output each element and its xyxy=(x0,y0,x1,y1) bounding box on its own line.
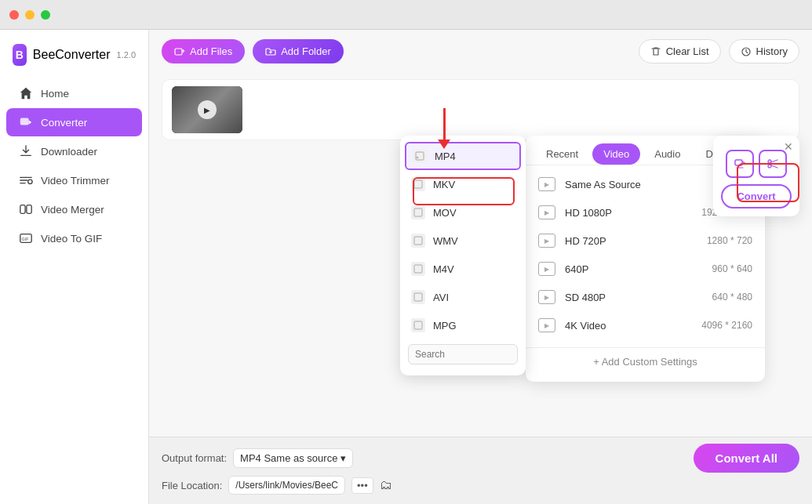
svg-rect-13 xyxy=(414,237,422,245)
sidebar-item-home-label: Home xyxy=(41,88,69,100)
downloader-icon xyxy=(19,144,33,158)
convert-edit-icon-btn[interactable] xyxy=(726,150,754,178)
svg-rect-17 xyxy=(735,160,742,165)
maximize-button[interactable] xyxy=(41,10,50,20)
quality-video-icon-5: ▶ xyxy=(538,290,555,304)
add-files-button[interactable]: Add Files xyxy=(162,39,245,63)
app-logo-icon: B xyxy=(13,44,27,66)
trimmer-icon xyxy=(19,173,33,187)
format-m4v-label: M4V xyxy=(433,263,454,275)
folder-open-icon[interactable]: 🗂 xyxy=(380,478,392,492)
gif-icon: GIF xyxy=(19,231,33,245)
quality-video-icon-6: ▶ xyxy=(538,318,555,332)
format-item-m4v[interactable]: M4V xyxy=(400,255,526,283)
format-item-avi[interactable]: AVI xyxy=(400,283,526,311)
quality-row-4k[interactable]: ▶ 4K Video 4096 * 2160 xyxy=(526,311,765,339)
convert-button[interactable]: Convert xyxy=(721,184,792,208)
close-button[interactable] xyxy=(9,10,19,20)
svg-rect-0 xyxy=(20,118,29,125)
sidebar-item-video-merger[interactable]: Video Merger xyxy=(6,195,142,223)
sidebar-item-video-gif-label: Video To GIF xyxy=(41,233,102,245)
format-mkv-label: MKV xyxy=(433,179,455,190)
add-custom-settings[interactable]: + Add Custom Settings xyxy=(526,347,765,375)
output-format-label: Output format: xyxy=(162,452,227,464)
tab-audio[interactable]: Audio xyxy=(643,143,691,165)
sidebar-item-converter-label: Converter xyxy=(41,117,87,129)
quality-row-sd480p[interactable]: ▶ SD 480P 640 * 480 xyxy=(526,283,765,311)
sidebar-item-downloader[interactable]: Downloader xyxy=(6,137,142,165)
home-icon xyxy=(19,86,33,100)
converter-icon xyxy=(19,115,33,129)
app-version: 1.2.0 xyxy=(117,50,136,60)
svg-point-18 xyxy=(768,160,771,163)
search-container xyxy=(400,339,526,369)
quality-name-2: HD 1080P xyxy=(565,207,692,219)
wmv-file-icon xyxy=(411,234,425,248)
quality-name-5: SD 480P xyxy=(565,292,703,303)
sidebar-item-home[interactable]: Home xyxy=(6,79,142,107)
format-mov-label: MOV xyxy=(433,207,457,219)
convert-panel-close[interactable]: ✕ xyxy=(784,140,793,153)
app-name: BeeConverter xyxy=(33,48,111,62)
output-format-row: Output format: MP4 Same as source ▾ Conv… xyxy=(162,444,799,473)
quality-row-640p[interactable]: ▶ 640P 960 * 640 xyxy=(526,255,765,283)
avi-file-icon xyxy=(411,290,425,304)
history-icon xyxy=(741,46,752,57)
quality-name-4: 640P xyxy=(565,263,703,275)
format-mp4-label: MP4 xyxy=(435,150,456,162)
tab-recent[interactable]: Recent xyxy=(535,143,589,165)
trash-icon xyxy=(650,46,661,57)
svg-rect-12 xyxy=(414,208,422,216)
format-dropdown: ▶ MP4 MKV MOV WMV xyxy=(400,136,526,375)
more-options-button[interactable]: ••• xyxy=(351,477,373,494)
sidebar-item-video-merger-label: Video Merger xyxy=(41,204,104,216)
output-format-select[interactable]: MP4 Same as source ▾ xyxy=(233,448,353,468)
main-content: Add Files Add Folder Clear List xyxy=(149,30,812,504)
svg-rect-14 xyxy=(414,265,422,273)
file-location-row: File Location: /Users/link/Movies/BeeC •… xyxy=(162,476,799,495)
quality-name-3: HD 720P xyxy=(565,235,697,247)
minimize-button[interactable] xyxy=(25,10,35,20)
sidebar-item-video-trimmer-label: Video Trimmer xyxy=(41,175,110,187)
scissors-icon xyxy=(766,158,779,170)
quality-name-6: 4K Video xyxy=(565,320,692,332)
format-item-mkv[interactable]: MKV xyxy=(400,170,526,198)
file-location-label: File Location: xyxy=(162,480,222,491)
convert-panel: ✕ Convert xyxy=(713,136,799,216)
output-format-value: MP4 Same as source xyxy=(240,452,337,464)
svg-text:▶: ▶ xyxy=(417,155,420,159)
mkv-file-icon xyxy=(411,177,425,191)
add-folder-button[interactable]: Add Folder xyxy=(253,39,344,63)
merger-icon xyxy=(19,202,33,216)
format-item-mov[interactable]: MOV xyxy=(400,198,526,227)
svg-rect-11 xyxy=(414,180,422,188)
svg-rect-4 xyxy=(27,205,31,214)
svg-point-19 xyxy=(768,165,771,168)
quality-resolution-5: 640 * 480 xyxy=(712,292,752,303)
file-path-value: /Users/link/Movies/BeeC xyxy=(235,480,338,491)
sidebar-item-downloader-label: Downloader xyxy=(41,146,97,158)
svg-rect-15 xyxy=(414,293,422,301)
format-item-wmv[interactable]: WMV xyxy=(400,227,526,255)
mov-file-icon xyxy=(411,205,425,219)
sidebar-item-converter[interactable]: Converter xyxy=(6,108,142,136)
format-item-mpg[interactable]: MPG xyxy=(400,311,526,339)
sidebar-item-video-gif[interactable]: GIF Video To GIF xyxy=(6,224,142,252)
clear-list-button[interactable]: Clear List xyxy=(639,39,721,63)
sidebar-item-video-trimmer[interactable]: Video Trimmer xyxy=(6,166,142,194)
format-search-input[interactable] xyxy=(408,344,518,364)
svg-point-2 xyxy=(28,179,32,183)
format-avi-label: AVI xyxy=(433,292,449,303)
svg-rect-7 xyxy=(175,49,182,55)
convert-scissors-icon-btn[interactable] xyxy=(759,150,787,178)
history-button[interactable]: History xyxy=(729,39,799,63)
dropdown-chevron-icon: ▾ xyxy=(340,452,346,464)
format-item-mp4[interactable]: ▶ MP4 xyxy=(405,142,521,170)
quality-row-hd720p[interactable]: ▶ HD 720P 1280 * 720 xyxy=(526,227,765,255)
play-button[interactable]: ▶ xyxy=(198,100,217,119)
tab-video[interactable]: Video xyxy=(592,143,640,165)
svg-rect-16 xyxy=(414,321,422,329)
convert-all-button[interactable]: Convert All xyxy=(694,444,799,473)
add-folder-label: Add Folder xyxy=(281,45,331,57)
add-files-label: Add Files xyxy=(190,45,232,57)
